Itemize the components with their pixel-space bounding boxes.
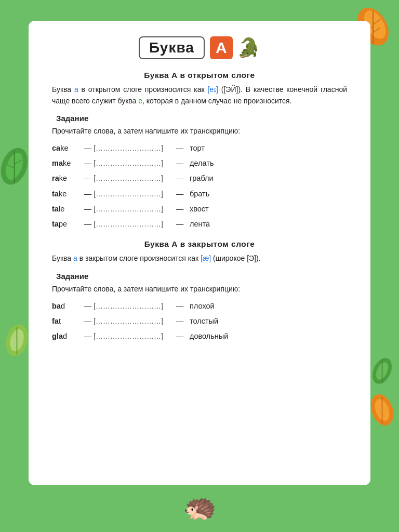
bracket-tape: [………………………] [94,218,174,230]
crocodile-icon: 🐊 [237,37,260,59]
letter-e-highlight: е [138,97,142,105]
dash2: — [174,172,185,184]
word-row-tape: tape — [………………………] — лента [52,218,347,230]
word-glad: glad [52,330,82,342]
word-tale: tale [52,203,82,215]
meaning-make: делать [190,157,226,169]
bracket-fat: [………………………] [94,315,174,327]
dash2: — [174,330,185,342]
word-make: make [52,157,82,169]
meaning-bad: плохой [190,300,226,312]
dash2: — [174,157,185,169]
dash: — [82,330,94,342]
section1-text: Буква а в открытом слоге произносится ка… [52,84,347,107]
svg-point-6 [0,145,31,187]
word-bad: bad [52,300,82,312]
letter-a-highlight: а [74,85,78,94]
word-take: take [52,188,82,200]
word-fat: fat [52,315,82,327]
leaf-left-2-decoration [3,322,31,358]
meaning-tape: лента [190,218,226,230]
dash: — [82,300,94,312]
meaning-rake: грабли [190,172,226,184]
section2-text: Буква а в закрытом слоге произносится ка… [52,253,347,264]
word-row-bad: bad — [………………………] — плохой [52,300,347,312]
word-row-take: take — [………………………] — брать [52,188,347,200]
word-tape: tape [52,218,82,230]
task1-title: Задание [56,114,347,123]
svg-point-7 [3,151,26,182]
svg-line-5 [373,28,380,33]
letter-a-box: А [210,36,233,59]
bracket-tale: [………………………] [94,203,174,215]
hedgehog-decoration: 🦔 [183,491,217,523]
dash: — [82,218,94,230]
svg-line-10 [7,164,14,168]
svg-line-3 [373,19,381,24]
dash: — [82,172,94,184]
word-row-glad: glad — [………………………] — довольный [52,330,347,342]
leaf-left-1-decoration [0,145,31,187]
main-card: Буква А 🐊 Буква А в открытом слоге Буква… [29,21,370,485]
dash: — [82,142,94,154]
word-row-tale: tale — [………………………] — хвост [52,203,347,215]
meaning-take: брать [190,188,226,200]
bracket-take: [………………………] [94,188,174,200]
bracket-glad: [………………………] [94,330,174,342]
bracket-bad: [………………………] [94,300,174,312]
section2-title: Буква А в закрытом слоге [52,240,347,249]
dash: — [82,188,94,200]
bracket-make: [………………………] [94,157,174,169]
bracket-rake: [………………………] [94,172,174,184]
task2-description: Прочитайте слова, а затем напишите их тр… [52,284,347,295]
header-prefix: Буква [149,39,194,56]
section1-title: Буква А в открытом слоге [52,71,347,80]
dash2: — [174,188,185,200]
dash2: — [174,203,185,215]
meaning-fat: толстый [190,315,226,327]
task1-word-table: cake — [………………………] — торт make — [………………… [52,142,347,230]
task1-description: Прочитайте слова, а затем напишите их тр… [52,126,347,137]
meaning-tale: хвост [190,203,226,215]
dash2: — [174,300,185,312]
dash2: — [174,315,185,327]
svg-line-9 [15,160,22,164]
bracket-cake: [………………………] [94,142,174,154]
word-cake: cake [52,142,82,154]
phonetic-ae: [æ] [201,254,211,262]
svg-point-17 [370,355,394,387]
svg-point-11 [3,322,31,358]
word-row-fat: fat — [………………………] — толстый [52,315,347,327]
meaning-cake: торт [190,142,226,154]
svg-point-14 [368,392,396,428]
dash2: — [174,142,185,154]
meaning-glad: довольный [190,330,228,342]
leaf-right-1-decoration [368,392,396,428]
letter-a-highlight2: а [73,254,77,262]
word-rake: rake [52,172,82,184]
word-row-make: make — [………………………] — делать [52,157,347,169]
dash: — [82,203,94,215]
page: { "colors": { "background": "#6dbf67", "… [0,0,399,532]
dash: — [82,157,94,169]
phonetic-ei: [eɪ] [207,85,218,94]
card-header: Буква А 🐊 [52,36,347,59]
task2-title: Задание [56,272,347,281]
header-title-box: Буква [139,36,205,59]
word-row-rake: rake — [………………………] — грабли [52,172,347,184]
dash: — [82,315,94,327]
task2-word-table: bad — [………………………] — плохой fat — [………………… [52,300,347,343]
svg-point-12 [8,328,26,353]
leaf-right-2-decoration [370,355,394,387]
header-letter: А [216,39,227,57]
word-row-cake: cake — [………………………] — торт [52,142,347,154]
dash2: — [174,218,185,230]
svg-point-18 [374,361,391,382]
svg-point-15 [372,397,392,422]
